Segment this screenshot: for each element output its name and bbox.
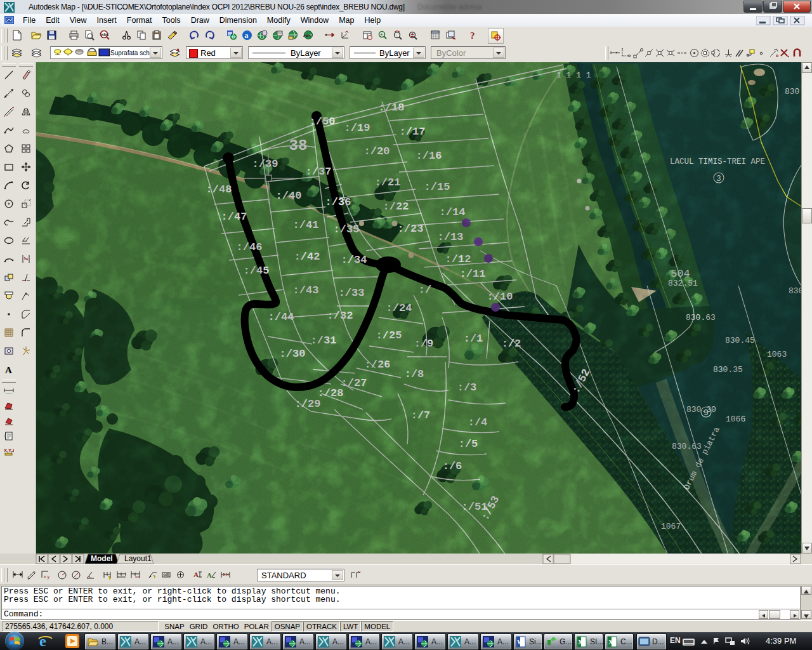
- svg-text:±: ±: [411, 32, 414, 38]
- svg-text:A: A: [5, 365, 12, 375]
- svg-text:X,Y,Z: X,Y,Z: [4, 448, 14, 453]
- svg-text:+: +: [380, 32, 383, 37]
- svg-text:X: X: [608, 639, 613, 646]
- svg-text:e: e: [39, 633, 46, 649]
- svg-text:a: a: [245, 31, 249, 40]
- svg-text:A: A: [207, 571, 212, 579]
- svg-text:x y: x y: [44, 574, 49, 580]
- svg-text:Model: Model: [91, 554, 113, 563]
- svg-text:abc: abc: [102, 32, 109, 37]
- svg-text:W: W: [517, 639, 523, 646]
- svg-text:A: A: [193, 571, 199, 578]
- svg-text:?: ?: [470, 30, 475, 41]
- svg-text:X: X: [578, 639, 583, 646]
- svg-text:Layout1: Layout1: [124, 554, 152, 563]
